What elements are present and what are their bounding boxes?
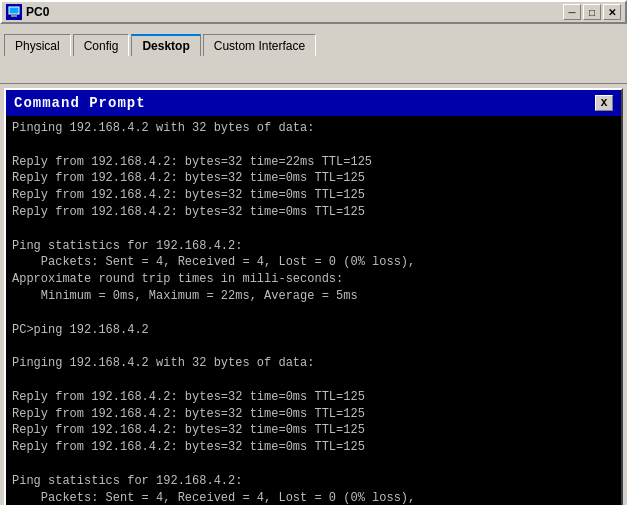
window-controls: ─ □ ✕ — [563, 4, 621, 20]
toolbar — [0, 56, 627, 84]
window-title: PC0 — [26, 5, 49, 19]
cmd-output[interactable]: Pinging 192.168.4.2 with 32 bytes of dat… — [6, 116, 621, 505]
minimize-button[interactable]: ─ — [563, 4, 581, 20]
cmd-titlebar: Command Prompt X — [6, 90, 621, 116]
tab-custom-interface[interactable]: Custom Interface — [203, 34, 316, 56]
command-prompt-window: Command Prompt X Pinging 192.168.4.2 wit… — [4, 88, 623, 505]
window-titlebar: PC0 ─ □ ✕ — [0, 0, 627, 24]
cmd-close-button[interactable]: X — [595, 95, 613, 111]
tab-config[interactable]: Config — [73, 34, 130, 56]
tab-physical[interactable]: Physical — [4, 34, 71, 56]
maximize-button[interactable]: □ — [583, 4, 601, 20]
cmd-title: Command Prompt — [14, 95, 146, 111]
svg-rect-1 — [11, 15, 17, 17]
tab-desktop[interactable]: Desktop — [131, 34, 200, 56]
desktop-area: Command Prompt X Pinging 192.168.4.2 wit… — [0, 84, 627, 505]
svg-rect-0 — [9, 7, 19, 14]
tab-bar: Physical Config Desktop Custom Interface — [0, 24, 627, 56]
close-button[interactable]: ✕ — [603, 4, 621, 20]
app-icon — [6, 4, 22, 20]
